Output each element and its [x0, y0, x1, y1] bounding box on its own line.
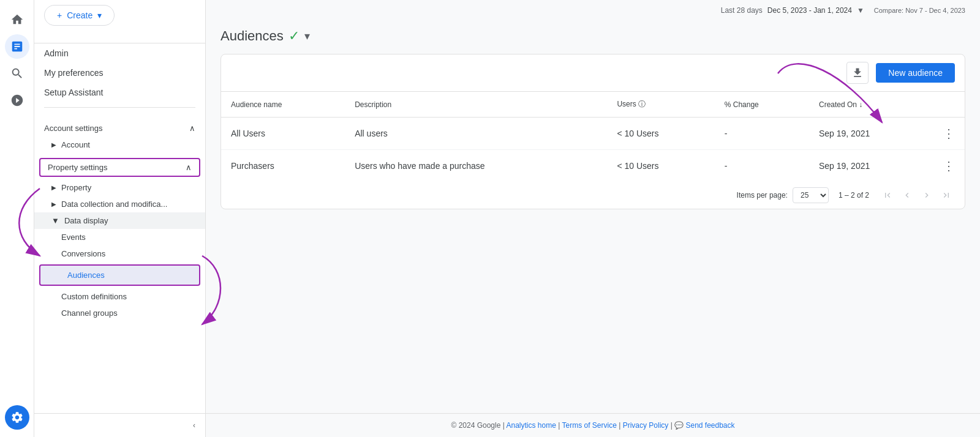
- description-cell: All users: [345, 118, 607, 150]
- compare-label: Compare: Nov 7 - Dec 4, 2023: [874, 7, 965, 14]
- col-description: Description: [345, 92, 607, 118]
- footer: © 2024 Google | Analytics home | Terms o…: [206, 413, 980, 437]
- col-users: Users ⓘ: [607, 92, 714, 118]
- new-audience-button[interactable]: New audience: [876, 63, 955, 83]
- row-actions-cell: ⋮: [933, 150, 965, 182]
- advertising-nav-icon[interactable]: [5, 88, 29, 113]
- my-preferences-link[interactable]: My preferences: [34, 63, 205, 83]
- next-page-button[interactable]: [918, 187, 935, 204]
- expand-icon: ▶: [51, 141, 56, 148]
- data-collection-label: Data collection and modifica...: [61, 200, 167, 209]
- prev-page-button[interactable]: [899, 187, 916, 204]
- setup-assistant-link[interactable]: Setup Assistant: [34, 83, 205, 102]
- admin-link[interactable]: Admin: [34, 43, 205, 63]
- dropdown-toggle[interactable]: ▼: [857, 6, 864, 15]
- table-row: Purchasers Users who have made a purchas…: [221, 150, 965, 182]
- create-label: Create: [67, 10, 92, 20]
- data-display-label: Data display: [64, 216, 108, 225]
- audiences-dropdown-icon[interactable]: ▾: [304, 29, 310, 43]
- page-title: Audiences: [221, 28, 284, 44]
- home-nav-icon[interactable]: [5, 7, 29, 32]
- page-nav: [879, 187, 955, 204]
- per-page-select[interactable]: 25 50 100: [793, 187, 829, 203]
- pct-change-cell: -: [715, 118, 809, 150]
- sort-icon[interactable]: ↓: [859, 100, 862, 109]
- data-display-header[interactable]: ▼ Data display: [34, 212, 205, 229]
- property-label: Property: [61, 183, 91, 192]
- main-content: Last 28 days Dec 5, 2023 - Jan 1, 2024 ▼…: [206, 0, 980, 437]
- account-settings-header[interactable]: Account settings ∧: [34, 120, 205, 136]
- feedback-link[interactable]: Send feedback: [685, 421, 734, 430]
- account-settings-section: Account settings ∧ ▶ Account: [34, 113, 205, 155]
- items-per-page-label: Items per page:: [737, 191, 788, 200]
- explore-nav-icon[interactable]: [5, 61, 29, 86]
- last-days-label: Last 28 days: [721, 6, 763, 15]
- description-cell: Users who have made a purchase: [345, 150, 607, 182]
- chevron-up-icon2: ∧: [186, 163, 192, 172]
- account-settings-label: Account settings: [44, 124, 102, 133]
- users-cell: < 10 Users: [607, 150, 714, 182]
- plus-icon: +: [57, 10, 62, 20]
- property-settings-label: Property settings: [48, 163, 108, 172]
- table-row: All Users All users < 10 Users - Sep 19,…: [221, 118, 965, 150]
- privacy-link[interactable]: Privacy Policy: [623, 421, 669, 430]
- more-actions-icon[interactable]: ⋮: [943, 159, 955, 173]
- data-collection-item[interactable]: ▶ Data collection and modifica...: [34, 196, 205, 212]
- channel-groups-item[interactable]: Channel groups: [34, 305, 205, 321]
- collapse-icon: ‹: [193, 421, 195, 430]
- page-header: Audiences ✓ ▾: [221, 21, 965, 54]
- chevron-down-icon2: ▼: [51, 216, 59, 225]
- audiences-table: Audience name Description Users ⓘ % Chan…: [221, 91, 965, 182]
- events-item[interactable]: Events: [34, 229, 205, 245]
- audience-name-cell: All Users: [221, 118, 345, 150]
- last-page-button[interactable]: [938, 187, 955, 204]
- items-per-page: Items per page: 25 50 100: [737, 187, 829, 203]
- users-info-icon[interactable]: ⓘ: [638, 100, 646, 108]
- pct-change-cell: -: [715, 150, 809, 182]
- chevron-down-icon: ▾: [97, 10, 102, 20]
- col-audience-name: Audience name: [221, 92, 345, 118]
- create-button[interactable]: + Create ▾: [44, 5, 115, 26]
- audience-name-cell: Purchasers: [221, 150, 345, 182]
- download-button[interactable]: [846, 62, 869, 84]
- verified-icon: ✓: [288, 28, 300, 44]
- settings-nav-icon[interactable]: [5, 405, 29, 430]
- expand-icon2: ▶: [51, 184, 56, 191]
- chevron-up-icon: ∧: [189, 124, 195, 133]
- feedback-icon: 💬: [674, 421, 684, 430]
- audiences-sidebar-item[interactable]: Audiences: [40, 266, 199, 285]
- reports-nav-icon[interactable]: [5, 34, 29, 59]
- col-created-on: Created On ↓: [809, 92, 933, 118]
- date-range-value: Dec 5, 2023 - Jan 1, 2024: [767, 6, 852, 15]
- conversions-item[interactable]: Conversions: [34, 245, 205, 262]
- row-actions-cell: ⋮: [933, 118, 965, 150]
- property-item[interactable]: ▶ Property: [34, 179, 205, 196]
- audiences-table-card: New audience Audience name Description U…: [221, 54, 965, 209]
- copyright: © 2024 Google: [451, 421, 500, 430]
- first-page-button[interactable]: [879, 187, 896, 204]
- property-settings-section: Property settings ∧: [39, 158, 200, 177]
- icon-rail: [0, 0, 34, 437]
- content-area: Audiences ✓ ▾ New audience Audience name: [206, 21, 980, 413]
- table-header-row: Audience name Description Users ⓘ % Chan…: [221, 92, 965, 118]
- sidebar-divider: [44, 107, 195, 108]
- page-count: 1 – 2 of 2: [839, 191, 869, 200]
- created-on-cell: Sep 19, 2021: [809, 118, 933, 150]
- table-actions: New audience: [221, 54, 965, 91]
- col-actions: [933, 92, 965, 118]
- sidebar-collapse[interactable]: ‹: [34, 413, 205, 437]
- analytics-home-link[interactable]: Analytics home: [507, 421, 556, 430]
- sidebar-top: + Create ▾: [34, 5, 205, 43]
- terms-link[interactable]: Terms of Service: [562, 421, 616, 430]
- property-settings-header[interactable]: Property settings ∧: [40, 159, 199, 176]
- sidebar: + Create ▾ Admin My preferences Setup As…: [34, 0, 206, 437]
- more-actions-icon[interactable]: ⋮: [943, 127, 955, 140]
- account-label: Account: [61, 140, 90, 149]
- custom-definitions-item[interactable]: Custom definitions: [34, 288, 205, 305]
- created-on-cell: Sep 19, 2021: [809, 150, 933, 182]
- account-item[interactable]: ▶ Account: [34, 136, 205, 153]
- topbar: Last 28 days Dec 5, 2023 - Jan 1, 2024 ▼…: [206, 0, 980, 21]
- pagination: Items per page: 25 50 100 1 – 2 of 2: [221, 182, 965, 209]
- col-pct-change: % Change: [715, 92, 809, 118]
- expand-icon3: ▶: [51, 201, 56, 207]
